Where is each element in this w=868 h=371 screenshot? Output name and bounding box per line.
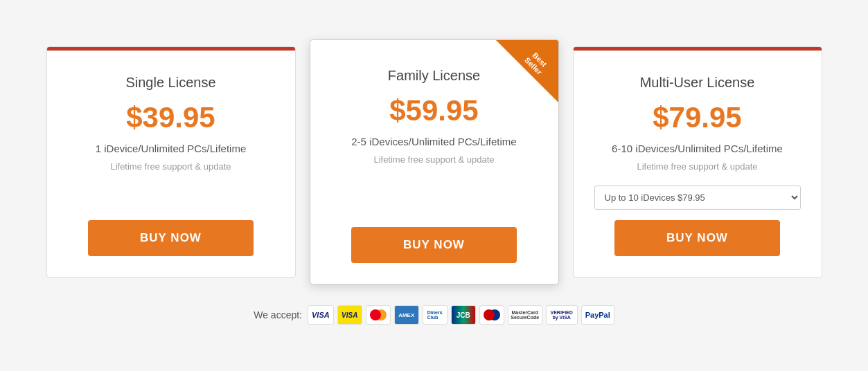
best-seller-ribbon: BestSeller [496,40,558,102]
family-license-title: Family License [388,68,480,84]
diners-icon: DinersClub [423,305,448,325]
top-bar-multi [574,47,822,51]
multi-license-support: Lifetime free support & update [637,161,757,172]
single-license-title: Single License [125,75,215,91]
top-bar-single [47,47,295,51]
single-license-card: Single License $39.95 1 iDevice/Unlimite… [46,46,296,278]
payment-label: We accept: [254,309,302,320]
multi-license-price: $79.95 [653,101,741,134]
pricing-container: Single License $39.95 1 iDevice/Unlimite… [46,46,822,278]
amex-icon: AMEX [394,305,419,325]
multi-license-title: Multi-User License [640,75,755,91]
family-buy-button[interactable]: BUY NOW [351,227,516,263]
multi-buy-button[interactable]: BUY NOW [614,220,779,256]
best-seller-label: BestSeller [515,42,557,84]
maestro-icon [479,305,504,325]
single-license-devices: 1 iDevice/Unlimited PCs/Lifetime [96,143,247,154]
visa-electron-icon: VISA [337,305,362,325]
multi-license-select[interactable]: Up to 10 iDevices $79.95 [594,186,801,210]
mastercard-icon [366,305,391,325]
multi-license-devices: 6-10 iDevices/Unlimited PCs/Lifetime [612,143,783,154]
mc-securecode-icon: MasterCardSecureCode [508,305,542,325]
jcb-icon: JCB [451,305,476,325]
single-license-support: Lifetime free support & update [110,161,231,172]
payment-icons: VISA VISA AMEX DinersClub JCB MasterCard… [308,305,614,325]
family-license-support: Lifetime free support & update [373,154,494,165]
payment-section: We accept: VISA VISA AMEX DinersClub JCB… [254,305,614,325]
visa-icon: VISA [308,305,334,325]
single-license-price: $39.95 [126,101,215,134]
verified-by-visa-icon: VERIFIEDby VISA [546,305,578,325]
single-buy-button[interactable]: BUY NOW [88,220,253,256]
family-license-price: $59.95 [389,94,478,127]
multi-license-card: Multi-User License $79.95 6-10 iDevices/… [573,46,822,278]
family-license-card: BestSeller Family License $59.95 2-5 iDe… [310,39,559,284]
family-license-devices: 2-5 iDevices/Unlimited PCs/Lifetime [351,136,516,147]
paypal-icon: PayPal [581,305,614,325]
